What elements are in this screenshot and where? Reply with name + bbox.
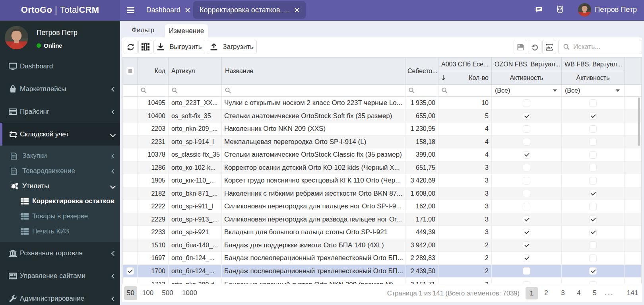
svg-text:xlsx: xlsx xyxy=(546,45,553,49)
